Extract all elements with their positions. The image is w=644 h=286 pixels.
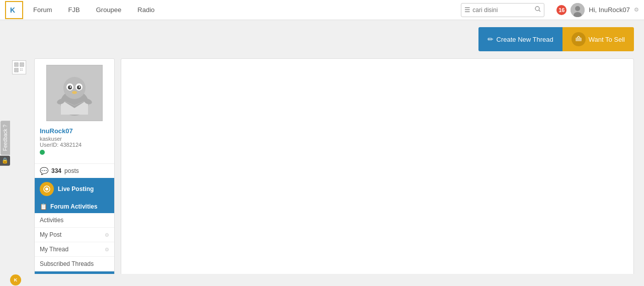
svg-point-24 — [70, 86, 71, 88]
profile-role: kaskuser — [40, 136, 109, 142]
live-posting-label: Live Posting — [58, 185, 94, 193]
feedback-label[interactable]: Feedback ? — [1, 120, 10, 154]
create-thread-button[interactable]: ✏ Create New Thread — [478, 27, 562, 51]
svg-text:K: K — [10, 6, 15, 14]
nav-groupee[interactable]: Groupee — [90, 6, 128, 14]
live-posting-icon — [40, 182, 54, 196]
svg-rect-8 — [15, 63, 18, 66]
online-status-indicator — [40, 150, 45, 155]
feedback-icon[interactable]: 🔒 — [0, 156, 10, 166]
menu-icon[interactable]: ☰ — [464, 6, 470, 14]
profile-posts: 💬 334 posts — [35, 163, 114, 178]
user-settings-icon[interactable]: ⚙ — [634, 7, 639, 13]
profile-username[interactable]: InuRock07 — [40, 127, 109, 135]
post-count: 334 — [51, 167, 61, 174]
svg-rect-6 — [576, 38, 582, 41]
menu-item-subscribed-threads[interactable]: Subscribed Threads — [35, 257, 114, 271]
profile-avatar — [46, 65, 103, 121]
chat-icon: 💬 — [40, 167, 48, 175]
menu-item-my-post[interactable]: My Post ⚙ — [35, 228, 114, 242]
create-thread-icon: ✏ — [488, 35, 494, 43]
nav-forum[interactable]: Forum — [27, 6, 58, 14]
nav-fjb[interactable]: FJB — [62, 6, 86, 14]
svg-point-4 — [575, 6, 580, 11]
feedback-tab: Feedback ? 🔒 — [0, 120, 10, 165]
svg-rect-16 — [22, 70, 23, 71]
want-to-sell-button[interactable]: Want To Sell — [562, 27, 634, 51]
menu-item-my-thread[interactable]: My Thread ⚙ — [35, 242, 114, 257]
svg-rect-10 — [21, 63, 23, 66]
profile-avatar-area — [35, 59, 114, 127]
my-post-icon: ⚙ — [105, 232, 109, 238]
search-bar: ☰ — [461, 3, 544, 17]
main-area — [121, 58, 634, 286]
svg-point-1 — [535, 7, 539, 11]
my-thread-icon: ⚙ — [105, 247, 109, 252]
profile-sidebar: InuRock07 kaskuser UserID: 4382124 💬 334… — [34, 58, 115, 286]
notification-badge[interactable]: 16 — [556, 5, 567, 15]
left-qr-panel — [10, 58, 28, 286]
avatar[interactable] — [571, 3, 585, 17]
svg-line-2 — [539, 10, 540, 12]
profile-userid: UserID: 4382124 — [40, 142, 109, 148]
svg-point-25 — [79, 86, 80, 88]
svg-point-30 — [45, 187, 48, 190]
my-thread-label: My Thread — [40, 246, 68, 253]
navbar: K Forum FJB Groupee Radio ☰ 16 Hi, InuRo… — [0, 0, 644, 20]
posts-label: posts — [64, 167, 79, 174]
forum-activities-label: Forum Activities — [50, 203, 98, 210]
live-posting-button[interactable]: Live Posting — [35, 178, 114, 200]
svg-rect-12 — [15, 69, 18, 71]
menu-item-activities[interactable]: Activities — [35, 213, 114, 228]
nav-radio[interactable]: Radio — [131, 6, 160, 14]
toolbar: ✏ Create New Thread Want To Sell — [0, 20, 644, 58]
navbar-right: 16 Hi, InuRock07 ⚙ — [556, 3, 639, 17]
sell-icon — [572, 32, 586, 46]
bottom-bar: K — [0, 274, 644, 286]
profile-info: InuRock07 kaskuser UserID: 4382124 — [35, 127, 114, 163]
svg-point-26 — [72, 91, 77, 94]
logo[interactable]: K — [5, 1, 23, 19]
search-input[interactable] — [472, 7, 533, 14]
user-greeting: Hi, InuRock07 — [589, 6, 630, 14]
search-button[interactable] — [535, 6, 541, 14]
qr-code-box[interactable] — [12, 60, 26, 74]
subscribed-threads-label: Subscribed Threads — [40, 260, 94, 267]
svg-rect-15 — [20, 70, 21, 71]
svg-rect-14 — [22, 68, 23, 69]
my-post-label: My Post — [40, 231, 61, 238]
activities-label: Activities — [40, 217, 63, 224]
forum-activities-header: 📋 Forum Activities — [35, 200, 114, 213]
bottom-logo: K — [10, 274, 21, 285]
forum-activities-icon: 📋 — [40, 203, 47, 210]
svg-rect-13 — [20, 68, 21, 69]
main-content: InuRock07 kaskuser UserID: 4382124 💬 334… — [0, 58, 644, 286]
